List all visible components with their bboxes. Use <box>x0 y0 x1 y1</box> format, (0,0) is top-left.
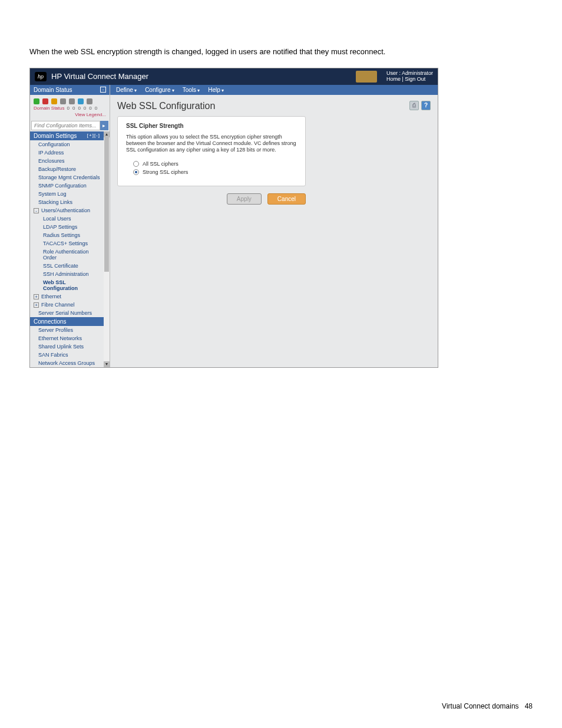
radio-icon <box>133 161 139 167</box>
status-extra-icon <box>87 98 92 104</box>
domain-status-box: Domain Status 0 0 0 0 0 0 <box>30 95 110 112</box>
nav-network-access-groups[interactable]: Network Access Groups <box>30 359 104 367</box>
domain-settings-header: Domain Settings [+][-] <box>30 131 104 140</box>
connections-header: Connections <box>30 317 104 326</box>
nav-ip-address[interactable]: IP Address <box>30 149 104 157</box>
expand-collapse-icons[interactable]: [+][-] <box>87 133 100 139</box>
apply-button[interactable]: Apply <box>227 193 262 205</box>
status-error-icon <box>42 98 48 104</box>
page-title: Web SSL Configuration <box>117 101 409 111</box>
nav-ldap-settings[interactable]: LDAP Settings <box>30 223 104 231</box>
nav-snmp-config[interactable]: SNMP Configuration <box>30 182 104 190</box>
scroll-up-icon[interactable]: ▴ <box>104 131 110 137</box>
menu-define[interactable]: Define <box>116 87 137 93</box>
ssl-cipher-card: SSL Cipher Strength This option allows y… <box>117 116 306 186</box>
user-info: User : Administrator Home | Sign Out <box>386 71 433 83</box>
nav-san-fabrics[interactable]: SAN Fabrics <box>30 351 104 359</box>
menu-tools[interactable]: Tools <box>183 87 200 93</box>
app-title: HP Virtual Connect Manager <box>51 72 352 81</box>
nav-ethernet-networks[interactable]: Ethernet Networks <box>30 334 104 342</box>
print-icon[interactable]: ⎙ <box>409 101 419 110</box>
nav-local-users[interactable]: Local Users <box>30 215 104 223</box>
app-window: hp HP Virtual Connect Manager User : Adm… <box>29 68 438 368</box>
collapse-icon[interactable]: - <box>100 87 106 93</box>
nav-stacking-links[interactable]: Stacking Links <box>30 198 104 206</box>
status-other-icon <box>69 98 75 104</box>
radio-checked-icon <box>133 169 139 175</box>
left-panel: Domain Status - Domain Status <box>30 85 110 367</box>
intro-text: When the web SSL encryption strength is … <box>29 47 533 57</box>
status-info-icon <box>78 98 84 104</box>
card-description: This option allows you to select the SSL… <box>126 134 297 154</box>
nav-server-serial[interactable]: Server Serial Numbers <box>30 309 104 317</box>
nav-configuration[interactable]: Configuration <box>30 140 104 149</box>
nav-server-profiles[interactable]: Server Profiles <box>30 326 104 334</box>
home-link[interactable]: Home <box>386 76 401 82</box>
nav-radius-settings[interactable]: Radius Settings <box>30 231 104 239</box>
topbar: hp HP Virtual Connect Manager User : Adm… <box>30 68 438 85</box>
radio-strong-ssl[interactable]: Strong SSL ciphers <box>126 168 297 176</box>
nav-tacacs-settings[interactable]: TACACS+ Settings <box>30 239 104 248</box>
signout-link[interactable]: Sign Out <box>405 76 425 82</box>
nav-web-ssl-config[interactable]: Web SSL Configuration <box>30 278 104 292</box>
help-icon[interactable]: ? <box>421 101 431 110</box>
cancel-button[interactable]: Cancel <box>267 193 306 205</box>
nav-enclosures[interactable]: Enclosures <box>30 157 104 165</box>
card-title: SSL Cipher Strength <box>126 123 297 129</box>
status-ok-icon <box>34 98 39 104</box>
search-input[interactable] <box>31 121 100 130</box>
status-warn-icon <box>51 98 57 104</box>
nav-shared-uplink[interactable]: Shared Uplink Sets <box>30 342 104 351</box>
status-unknown-icon <box>60 98 66 104</box>
nav-system-log[interactable]: System Log <box>30 190 104 198</box>
menubar: Define Configure Tools Help <box>110 85 438 95</box>
main-panel: Define Configure Tools Help Web SSL Conf… <box>110 85 438 367</box>
radio-all-ssl[interactable]: All SSL ciphers <box>126 160 297 168</box>
search-button[interactable]: ▸ <box>100 121 108 130</box>
hp-logo-icon: hp <box>35 72 47 81</box>
nav-ssh-admin[interactable]: SSH Administration <box>30 270 104 278</box>
menu-configure[interactable]: Configure <box>145 87 174 93</box>
domain-status-header: Domain Status - <box>30 85 110 95</box>
home-icon[interactable] <box>356 71 377 83</box>
nav-users-auth-group[interactable]: -Users/Authentication <box>30 206 104 215</box>
domain-status-label: Domain Status <box>34 106 64 111</box>
nav-ethernet-group[interactable]: +Ethernet <box>30 292 104 301</box>
scroll-down-icon[interactable]: ▾ <box>104 361 110 367</box>
nav-ssl-certificate[interactable]: SSL Certificate <box>30 262 104 270</box>
menu-help[interactable]: Help <box>208 87 224 93</box>
nav-storage-mgmt[interactable]: Storage Mgmt Credentials <box>30 173 104 182</box>
view-legend-link[interactable]: View Legend... <box>30 112 110 120</box>
nav-backup-restore[interactable]: Backup/Restore <box>30 165 104 173</box>
page-footer: Virtual Connect domains 48 <box>442 702 533 710</box>
left-scrollbar[interactable]: ▴ ▾ <box>104 131 110 367</box>
nav-fibre-group[interactable]: +Fibre Channel <box>30 301 104 309</box>
nav-role-auth-order[interactable]: Role Authentication Order <box>30 248 104 262</box>
